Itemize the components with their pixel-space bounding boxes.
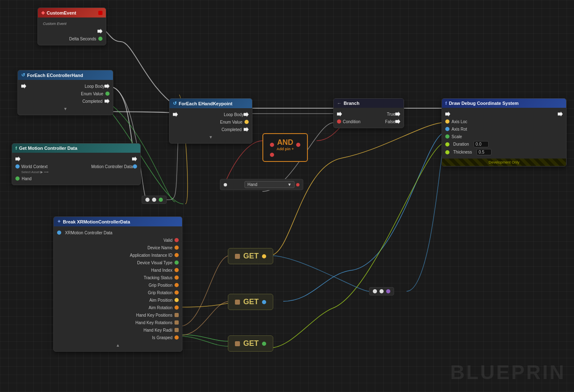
get2-label: GET (243, 298, 259, 306)
hand-key-rot-pin[interactable] (175, 320, 179, 325)
axis-rot-pin[interactable] (445, 127, 449, 131)
hand-dropdown: Hand ▼ (220, 179, 303, 190)
get-motion-controller-data-node: f Get Motion Controller Data World Conte… (12, 143, 141, 185)
draw-exec-in[interactable] (445, 112, 450, 117)
device-visual-row: Device Visual Type (54, 259, 182, 266)
connector-node-1 (142, 196, 167, 204)
cn1-pin-2[interactable] (152, 198, 156, 202)
draw-debug-node: f Draw Debug Coordinate System Axis Loc … (442, 98, 567, 166)
foreach-controllerhand-title: ForEach EControllerHand (27, 73, 83, 78)
enum-value-pin[interactable] (105, 92, 110, 96)
thickness-pin[interactable] (445, 150, 449, 154)
get2-out-pin[interactable] (262, 300, 266, 304)
duration-row: Duration (442, 140, 566, 148)
is-grasped-pin[interactable] (175, 335, 179, 340)
hand-index-label: Hand Index (151, 268, 172, 273)
select-asset-label: Select Asset ▶ ⟶ (12, 170, 140, 175)
chevron-down-icon[interactable]: ▼ (63, 107, 67, 111)
exec-in-foreach2[interactable] (173, 112, 178, 117)
condition-pin[interactable] (337, 119, 341, 124)
condition-row: Condition False (334, 118, 404, 125)
break-icon: ✦ (57, 219, 61, 224)
branch-header: ← Branch (334, 99, 404, 108)
function-icon-2: f (445, 101, 447, 106)
chevron-down-icon-2[interactable]: ▼ (209, 135, 213, 139)
hand-key-radii-pin[interactable] (175, 328, 179, 332)
get3-in-pin[interactable] (235, 341, 240, 346)
custom-event-title: CustomEvent (47, 10, 76, 15)
completed-pin2[interactable] (244, 127, 249, 132)
false-pin[interactable] (395, 119, 400, 124)
get1-in-pin[interactable] (235, 254, 240, 259)
draw-exec-out[interactable] (558, 112, 563, 117)
motion-controller-data-pin[interactable] (133, 164, 137, 169)
and-in-pin-2[interactable] (270, 153, 274, 157)
hand-key-pos-pin[interactable] (175, 313, 179, 317)
enum-value-pin2[interactable] (245, 120, 249, 124)
hand-label: Hand (22, 176, 32, 181)
cn2-pin-2[interactable] (379, 289, 384, 293)
scale-pin[interactable] (445, 134, 449, 139)
device-name-pin[interactable] (175, 246, 179, 250)
device-visual-pin[interactable] (175, 261, 179, 265)
blueprint-watermark: BLUEPRIN (450, 361, 566, 384)
exec-out-pin[interactable] (97, 29, 102, 34)
hand-pin[interactable] (15, 176, 20, 181)
device-name-row: Device Name (54, 244, 182, 251)
get1-out-pin[interactable] (262, 254, 266, 258)
add-pin-label[interactable]: Add pin + (277, 147, 294, 151)
hand-select[interactable]: Hand ▼ (245, 181, 294, 188)
red-box-icon (98, 11, 102, 15)
dropdown-in-pin[interactable] (224, 183, 227, 186)
aim-rot-pin[interactable] (175, 305, 179, 310)
cn2-pin-3[interactable] (386, 289, 390, 293)
hand-key-pos-label: Hand Key Positions (136, 313, 172, 318)
enum-value-label: Enum Value (81, 92, 103, 96)
loop-body-label: Loop Body (85, 84, 105, 89)
grip-rot-pin[interactable] (175, 290, 179, 295)
thickness-input[interactable] (477, 149, 492, 155)
break-xr-header: ✦ Break XRMotionControllerData (54, 217, 182, 226)
xr-data-label: XRMotion Controller Data (65, 231, 112, 235)
axis-rot-label: Axis Rot (452, 127, 467, 131)
dropdown-out-pin[interactable] (296, 183, 299, 186)
cn2-pin-1[interactable] (373, 289, 377, 293)
valid-pin[interactable] (175, 238, 179, 242)
exec-row-foreach2: Loop Body (170, 111, 252, 118)
hand-index-pin[interactable] (175, 268, 179, 272)
refresh-icon: ↺ (21, 72, 25, 78)
foreach-ehandkeypoint-header: ↺ ForEach EHandKeypoint (170, 99, 252, 108)
and-node: AND Add pin + (262, 133, 308, 162)
aim-pos-pin[interactable] (175, 298, 179, 302)
get3-out-pin[interactable] (262, 342, 266, 346)
exec-in-pin[interactable] (21, 84, 26, 89)
duration-pin[interactable] (445, 142, 449, 146)
axis-loc-pin[interactable] (445, 119, 449, 124)
true-pin[interactable] (395, 112, 400, 117)
world-context-pin[interactable] (15, 164, 20, 169)
grip-pos-pin[interactable] (175, 283, 179, 287)
branch-title: Branch (344, 101, 359, 106)
tracking-status-pin[interactable] (175, 275, 179, 280)
xr-data-pin[interactable] (57, 231, 61, 235)
completed-label: Completed (82, 99, 102, 104)
device-visual-label: Device Visual Type (137, 261, 172, 265)
scale-row: Scale (442, 133, 566, 140)
app-instance-pin[interactable] (175, 253, 179, 257)
loop-body-pin[interactable] (105, 84, 110, 89)
and-in-pin-1[interactable] (270, 143, 274, 147)
get2-in-pin[interactable] (235, 300, 240, 305)
completed-pin[interactable] (105, 99, 110, 104)
delta-seconds-label: Delta Seconds (69, 37, 96, 41)
exec-out-motion[interactable] (132, 156, 137, 161)
duration-input[interactable] (474, 141, 489, 147)
break-xr-title: Break XRMotionControllerData (63, 219, 130, 224)
cn1-pin-3[interactable] (159, 198, 163, 202)
loop-body-pin2[interactable] (244, 112, 249, 117)
exec-in-motion[interactable] (15, 156, 20, 161)
cn1-pin-1[interactable] (145, 198, 150, 202)
chevron-up-icon[interactable]: ▲ (116, 343, 120, 347)
and-out-pin[interactable] (296, 143, 300, 147)
branch-exec-in[interactable] (337, 112, 342, 117)
delta-seconds-pin[interactable] (98, 37, 102, 41)
